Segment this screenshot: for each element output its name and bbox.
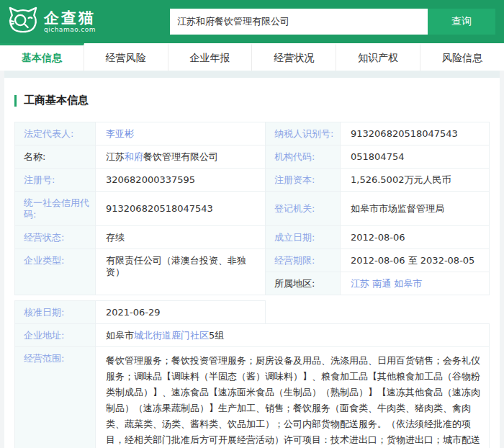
search-input[interactable] [170, 9, 428, 35]
field-label: 核准日期: [15, 301, 96, 324]
field-value: 如皋市城北街道鹿门社区5组 [96, 324, 490, 347]
field-value: 存续 [96, 226, 266, 249]
top-header: 企查猫 qichamao.com 查询 [0, 0, 504, 43]
row-business-scope: 经营范围: 餐饮管理服务；餐饮投资管理服务；厨房设备及用品、洗涤用品、日用百货销… [15, 347, 490, 448]
brand-text: 企查猫 qichamao.com [44, 10, 96, 33]
field-value: 江苏 南通 如皋市 [341, 272, 490, 295]
business-scope-text: 餐饮管理服务；餐饮投资管理服务；厨房设备及用品、洗涤用品、日用百货销售；会务礼仪… [96, 347, 490, 448]
field-value: 李亚彬 [96, 122, 266, 145]
tab-operating-risk[interactable]: 经营风险 [84, 43, 168, 71]
field-value: 320682000337595 [96, 169, 266, 192]
legal-rep-link[interactable]: 李亚彬 [106, 128, 134, 139]
company-name-suffix: 餐饮管理有限公司 [143, 151, 218, 162]
field-label: 注册号: [15, 169, 96, 192]
company-info-table: 法定代表人: 李亚彬 纳税人识别号: 913206820518047543 名称… [14, 122, 490, 295]
search-button[interactable]: 查询 [428, 9, 495, 35]
row-credit-code: 统一社会信用代码: 913206820518047543 登记机关: 如皋市市场… [15, 192, 490, 226]
region-links[interactable]: 江苏 南通 如皋市 [351, 278, 422, 289]
field-value: 2012-08-06 [341, 226, 490, 249]
field-label: 成立日期: [266, 226, 341, 249]
field-value: 2012-08-06 至 2032-08-05 [341, 249, 490, 272]
field-value: 051804754 [341, 145, 490, 169]
row-approval-date: 核准日期: 2021-06-29 [15, 301, 490, 324]
field-label: 所属地区: [266, 272, 341, 295]
section-title: 工商基本信息 [24, 94, 89, 107]
field-label: 经营范围: [15, 347, 96, 448]
section-marker [14, 95, 17, 107]
section-header: 工商基本信息 [4, 78, 500, 122]
field-label: 注册资本: [266, 169, 341, 192]
address-link[interactable]: 城北街道鹿门社区 [134, 330, 209, 341]
tab-intellectual-property[interactable]: 知识产权 [336, 43, 420, 71]
field-label: 纳税人识别号: [266, 122, 341, 145]
main-content: 工商基本信息 法定代表人: 李亚彬 纳税人识别号: 91320682051804… [0, 71, 504, 448]
brand-logo[interactable]: 企查猫 qichamao.com [7, 6, 96, 37]
field-label: 法定代表人: [15, 122, 96, 145]
address-suffix: 5组 [209, 330, 224, 341]
nav-tabbar: 基本信息 经营风险 企业年报 经营状况 知识产权 风险信息 [0, 43, 504, 71]
tab-operating-status[interactable]: 经营状况 [252, 43, 336, 71]
brand-domain: qichamao.com [44, 26, 96, 33]
cat-magnifier-icon [7, 6, 39, 37]
field-value: 2021-06-29 [96, 301, 266, 324]
field-value: 913206820518047543 [96, 192, 266, 226]
row-legal-rep: 法定代表人: 李亚彬 纳税人识别号: 913206820518047543 [15, 122, 490, 145]
header-strip [4, 71, 500, 78]
row-address: 企业地址: 如皋市城北街道鹿门社区5组 [15, 324, 490, 347]
tab-annual-report[interactable]: 企业年报 [168, 43, 253, 71]
row-status: 经营状态: 存续 成立日期: 2012-08-06 [15, 226, 490, 249]
keyword-highlight: 和府 [125, 151, 143, 162]
field-label: 机构代码: [266, 145, 341, 169]
company-name-prefix: 江苏 [106, 151, 125, 162]
empty-cell [266, 301, 490, 324]
content-card: 工商基本信息 法定代表人: 李亚彬 纳税人识别号: 91320682051804… [4, 78, 500, 448]
row-company-name: 名称: 江苏和府餐饮管理有限公司 机构代码: 051804754 [15, 145, 490, 169]
tab-basic-info[interactable]: 基本信息 [0, 43, 84, 71]
row-company-type: 企业类型: 有限责任公司（港澳台投资、非独资） 经营期限: 2012-08-06… [15, 249, 490, 272]
field-value: 1,526.5002万元人民币 [341, 169, 490, 192]
field-value: 江苏和府餐饮管理有限公司 [96, 145, 266, 169]
field-label: 经营状态: [15, 226, 96, 249]
brand-name: 企查猫 [44, 10, 96, 26]
field-value: 913206820518047543 [341, 122, 490, 145]
field-label: 登记机关: [266, 192, 341, 226]
field-label: 企业地址: [15, 324, 96, 347]
field-label: 统一社会信用代码: [15, 192, 96, 226]
tab-risk-info[interactable]: 风险信息 [420, 43, 504, 71]
company-info-table-2: 核准日期: 2021-06-29 企业地址: 如皋市城北街道鹿门社区5组 经营范… [14, 300, 490, 448]
address-prefix: 如皋市 [106, 330, 134, 341]
field-value: 有限责任公司（港澳台投资、非独资） [96, 249, 266, 295]
field-label: 企业类型: [15, 249, 96, 295]
field-label: 名称: [15, 145, 96, 169]
field-label: 经营期限: [266, 249, 341, 272]
field-value: 如皋市市场监督管理局 [341, 192, 490, 226]
row-registration-number: 注册号: 320682000337595 注册资本: 1,526.5002万元人… [15, 169, 490, 192]
